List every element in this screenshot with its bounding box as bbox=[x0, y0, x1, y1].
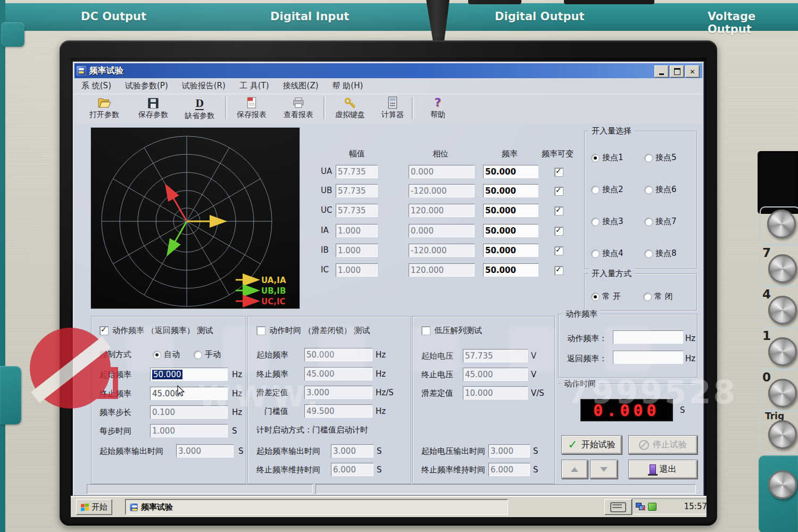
normally-open-label[interactable]: 常 开 bbox=[602, 292, 621, 302]
ib-amplitude-field[interactable]: 1.000 bbox=[336, 244, 378, 257]
menu-item-tools[interactable]: 工 具(T) bbox=[232, 79, 276, 93]
tt-threshold-field[interactable]: 49.500 bbox=[304, 404, 372, 418]
contact-7-radio[interactable] bbox=[644, 218, 653, 226]
ub-freq-variable-checkbox[interactable] bbox=[554, 187, 563, 196]
action-time-test-label[interactable]: 动作时间 （滑差闭锁） 测试 bbox=[269, 326, 370, 336]
contact-5-label[interactable]: 接点5 bbox=[655, 153, 677, 163]
contact-2-label[interactable]: 接点2 bbox=[602, 185, 624, 195]
contact-4-label[interactable]: 接点4 bbox=[602, 248, 624, 259]
frequency-step-field[interactable]: 0.100 bbox=[150, 405, 228, 419]
network-tray-icon[interactable] bbox=[636, 503, 645, 510]
tt-end-frequency-field[interactable]: 45.000 bbox=[304, 367, 372, 380]
contact-1-label[interactable]: 接点1 bbox=[602, 153, 624, 163]
contact-2-radio[interactable] bbox=[591, 186, 600, 194]
contact-8-label[interactable]: 接点8 bbox=[655, 248, 677, 259]
contact-6-radio[interactable] bbox=[644, 186, 653, 194]
contact-6-label[interactable]: 接点6 bbox=[655, 185, 677, 195]
step-time-field[interactable]: 1.000 bbox=[150, 424, 228, 437]
contact-3-radio[interactable] bbox=[591, 218, 600, 226]
connector-top bbox=[468, 0, 521, 4]
keyboard-tray-button[interactable] bbox=[604, 499, 632, 515]
exit-button[interactable]: 退出 bbox=[628, 460, 697, 479]
ua-amplitude-field[interactable]: 57.735 bbox=[336, 165, 378, 178]
ub-frequency-field[interactable]: 50.000 bbox=[483, 184, 538, 197]
ub-amplitude-field[interactable]: 57.735 bbox=[336, 184, 378, 197]
start-frequency-field[interactable]: 50.000 bbox=[150, 368, 228, 381]
auto-radio[interactable] bbox=[153, 351, 161, 359]
toolbar-save-params[interactable]: 保存参数 bbox=[131, 95, 176, 122]
uc-frequency-field[interactable]: 50.000 bbox=[483, 204, 538, 217]
vt-slip-setting-field[interactable]: 10.000 bbox=[463, 386, 528, 400]
ia-freq-variable-checkbox[interactable] bbox=[554, 227, 563, 236]
manual-radio[interactable] bbox=[194, 351, 202, 359]
normally-closed-radio[interactable] bbox=[643, 293, 652, 301]
ia-amplitude-field[interactable]: 1.000 bbox=[336, 224, 378, 237]
tt-end-hold-time-field[interactable]: 6.000 bbox=[331, 463, 373, 476]
action-time-test-checkbox[interactable] bbox=[256, 326, 265, 335]
toolbar-help[interactable]: ? 帮助 bbox=[415, 95, 460, 122]
vt-end-hold-time-field[interactable]: 6.000 bbox=[488, 463, 530, 476]
menu-item-system[interactable]: 系 统(S) bbox=[74, 79, 118, 93]
toolbar-default-params[interactable]: D 缺省参数 bbox=[177, 95, 222, 122]
maximize-button[interactable] bbox=[670, 65, 684, 78]
toolbar-calculator[interactable]: 计算器 bbox=[370, 95, 415, 122]
action-frequency-test-checkbox[interactable] bbox=[99, 326, 109, 335]
ic-frequency-field[interactable]: 50.000 bbox=[483, 263, 538, 277]
vt-start-output-time-field[interactable]: 3.000 bbox=[488, 444, 530, 458]
menu-item-wiring-diagram[interactable]: 接线图(Z) bbox=[276, 79, 326, 93]
toolbar-save-report[interactable]: 保存报表 bbox=[229, 95, 274, 122]
toolbar-view-report[interactable]: 查看报表 bbox=[276, 95, 321, 122]
ia-frequency-field[interactable]: 50.000 bbox=[483, 224, 538, 237]
auto-label[interactable]: 自动 bbox=[164, 350, 180, 360]
up-button[interactable] bbox=[561, 460, 588, 479]
normally-closed-label[interactable]: 常 闭 bbox=[654, 292, 673, 302]
start-test-button[interactable]: ✓开始试验 bbox=[561, 435, 622, 454]
vt-start-voltage-field[interactable]: 57.735 bbox=[463, 349, 528, 362]
start-freq-output-time-field[interactable]: 3.000 bbox=[176, 444, 234, 458]
minimize-button[interactable] bbox=[654, 65, 669, 78]
toolbar-virtual-keyboard[interactable]: 虚拟键盘 bbox=[328, 95, 372, 122]
down-button[interactable] bbox=[590, 460, 618, 479]
uc-amplitude-field[interactable]: 57.735 bbox=[336, 204, 378, 217]
task-button-frequency-test[interactable]: 频率试验 bbox=[125, 499, 508, 515]
action-frequency-test-label[interactable]: 动作频率 （返回频率） 测试 bbox=[112, 326, 213, 336]
ic-freq-variable-checkbox[interactable] bbox=[554, 266, 563, 275]
contact-5-radio[interactable] bbox=[644, 154, 653, 162]
ib-freq-variable-checkbox[interactable] bbox=[554, 246, 563, 255]
ic-phase-field[interactable]: 120.000 bbox=[409, 263, 475, 277]
vt-end-voltage-field[interactable]: 45.000 bbox=[463, 368, 528, 381]
tray-icon-green[interactable] bbox=[648, 503, 656, 511]
normally-open-radio[interactable] bbox=[591, 293, 600, 301]
action-frequency-result-field[interactable] bbox=[613, 330, 683, 344]
start-button[interactable]: 开始 bbox=[76, 499, 112, 515]
end-frequency-field[interactable]: 45.000 bbox=[150, 387, 228, 400]
contact-7-label[interactable]: 接点7 bbox=[655, 217, 677, 227]
ub-phase-field[interactable]: -120.000 bbox=[409, 184, 475, 197]
menu-item-help[interactable]: 帮 助(H) bbox=[326, 79, 370, 93]
ib-phase-field[interactable]: -120.000 bbox=[409, 244, 475, 257]
menu-item-test-params[interactable]: 试验参数(P) bbox=[118, 79, 175, 93]
return-frequency-result-field[interactable] bbox=[613, 351, 683, 364]
tt-start-frequency-field[interactable]: 50.000 bbox=[304, 348, 372, 361]
uc-freq-variable-checkbox[interactable] bbox=[554, 206, 563, 215]
ic-amplitude-field[interactable]: 1.000 bbox=[336, 263, 378, 277]
close-button[interactable]: ✕ bbox=[685, 65, 700, 78]
contact-1-radio[interactable] bbox=[591, 154, 600, 162]
ua-freq-variable-checkbox[interactable] bbox=[554, 168, 563, 177]
stop-test-button[interactable]: 停止试验 bbox=[628, 435, 697, 454]
menu-item-test-report[interactable]: 试验报告(R) bbox=[175, 79, 232, 93]
tt-slip-setting-field[interactable]: 3.000 bbox=[304, 386, 372, 399]
contact-3-label[interactable]: 接点3 bbox=[602, 217, 624, 227]
tt-start-output-time-field[interactable]: 3.000 bbox=[331, 444, 373, 458]
uc-phase-field[interactable]: 120.000 bbox=[409, 204, 475, 217]
ua-frequency-field[interactable]: 50.000 bbox=[483, 165, 538, 178]
toolbar-open-params[interactable]: 打开参数 bbox=[82, 95, 127, 122]
contact-4-radio[interactable] bbox=[591, 250, 600, 258]
ib-frequency-field[interactable]: 50.000 bbox=[483, 244, 538, 257]
low-voltage-test-label[interactable]: 低压解列测试 bbox=[434, 326, 482, 336]
ua-phase-field[interactable]: 0.000 bbox=[409, 165, 475, 178]
contact-8-radio[interactable] bbox=[644, 250, 653, 258]
ia-phase-field[interactable]: 0.000 bbox=[409, 224, 475, 237]
low-voltage-test-checkbox[interactable] bbox=[421, 326, 430, 335]
manual-label[interactable]: 手动 bbox=[205, 350, 221, 360]
